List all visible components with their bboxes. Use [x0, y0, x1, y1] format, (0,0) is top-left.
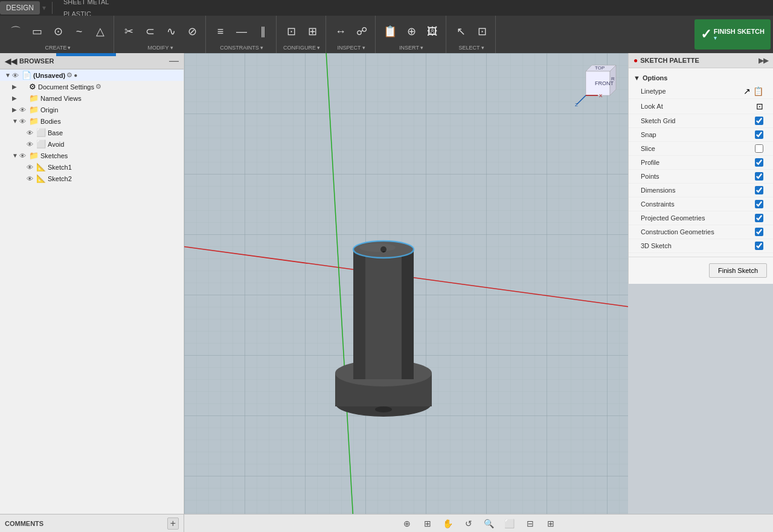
viewport-controls: ⊕ ⊞ ✋ ↺ 🔍 ⬜ ⊟ ⊞: [184, 517, 773, 530]
sketch-palette-title: ● SKETCH PALETTE: [633, 56, 699, 65]
option-row-profile[interactable]: Profile: [629, 156, 773, 170]
visibility-toggle-avoid[interactable]: 👁: [27, 141, 36, 148]
tree-toggle-doc-settings[interactable]: ▶: [12, 83, 19, 90]
tab-sheet-metal[interactable]: SHEET METAL: [56, 0, 116, 8]
look-at-icon[interactable]: ⊡: [756, 101, 763, 111]
option-checkbox-slice[interactable]: [755, 144, 763, 153]
settings-icon-unsaved[interactable]: ⚙: [66, 71, 72, 79]
option-checkbox-snap[interactable]: [755, 130, 763, 139]
design-button[interactable]: DESIGN: [0, 1, 40, 14]
option-row-dimensions[interactable]: Dimensions: [629, 184, 773, 197]
toolbar-btn[interactable]: ⊙: [48, 22, 68, 41]
add-comment-button[interactable]: +: [167, 518, 179, 530]
browser-item-sketch1[interactable]: 👁📐Sketch1: [0, 161, 184, 173]
option-checkbox-projected-geometries[interactable]: [755, 214, 763, 222]
toolbar-btn[interactable]: ↖: [451, 22, 470, 41]
toolbar-btn[interactable]: ⊕: [402, 22, 421, 41]
grid-toggle-button[interactable]: ⊞: [420, 517, 435, 530]
option-checkbox-points[interactable]: [755, 172, 763, 181]
option-checkbox-3d-sketch[interactable]: [755, 242, 763, 250]
toolbar-btn[interactable]: ⊞: [303, 22, 322, 41]
option-row-3d-sketch[interactable]: 3D Sketch: [629, 239, 773, 253]
toolbar-btn[interactable]: ⊡: [472, 22, 492, 41]
browser-item-sketch2[interactable]: 👁📐Sketch2: [0, 173, 184, 184]
visibility-toggle-origin[interactable]: 👁: [19, 106, 29, 114]
option-row-slice[interactable]: Slice: [629, 142, 773, 156]
toolbar-group-inspect: ↔☍INSPECT ▾: [327, 16, 376, 53]
browser-item-named-views[interactable]: ▶📁Named Views: [0, 92, 184, 104]
options-header[interactable]: ▼ Options: [629, 72, 773, 84]
toolbar-btn[interactable]: ⌒: [6, 22, 25, 41]
visibility-toggle-sketch2[interactable]: 👁: [27, 175, 36, 182]
display-mode-button[interactable]: ⬜: [502, 517, 518, 530]
finish-sketch-button[interactable]: ✓ FINISH SKETCH ▾: [694, 19, 771, 50]
svg-text:R: R: [611, 76, 615, 82]
toolbar-btn[interactable]: ~: [69, 22, 89, 41]
browser-item-sketches[interactable]: ▼👁📁Sketches: [0, 150, 184, 161]
toolbar-btn[interactable]: ▭: [27, 22, 47, 41]
browser-item-origin[interactable]: ▶👁📁Origin: [0, 104, 184, 115]
item-type-icon-doc-settings: ⚙: [29, 82, 36, 91]
option-checkbox-profile[interactable]: [755, 158, 763, 167]
fit-view-button[interactable]: ⊕: [399, 517, 415, 530]
option-checkbox-dimensions[interactable]: [755, 186, 763, 194]
orbit-button[interactable]: ↺: [461, 517, 476, 530]
sketch-palette-expand-icon[interactable]: ▶▶: [759, 57, 768, 65]
option-checkbox-sketch-grid[interactable]: [755, 117, 763, 125]
toolbar-btn[interactable]: ☍: [352, 22, 371, 41]
toolbar-btn[interactable]: ✂: [119, 22, 138, 41]
visibility-toggle-bodies[interactable]: 👁: [19, 118, 29, 125]
item-type-icon-sketch1: 📐: [36, 162, 46, 171]
tree-toggle-unsaved[interactable]: ▼: [5, 72, 12, 79]
options-section: ▼ Options Linetype↗📋Look At⊡Sketch GridS…: [629, 68, 773, 257]
option-row-sketch-grid[interactable]: Sketch Grid: [629, 114, 773, 128]
browser-item-unsaved[interactable]: ▼👁📄(Unsaved) ⚙●: [0, 69, 184, 81]
pan-button[interactable]: ✋: [440, 517, 456, 530]
toolbar-btn[interactable]: ⊡: [281, 22, 301, 41]
linetype-icon2[interactable]: 📋: [753, 86, 763, 96]
browser-item-doc-settings[interactable]: ▶⚙Document Settings ⚙: [0, 81, 184, 92]
browser-item-avoid[interactable]: 👁⬜Avoid: [0, 138, 184, 150]
visibility-toggle-sketch1[interactable]: 👁: [27, 164, 36, 171]
tree-toggle-named-views[interactable]: ▶: [12, 95, 19, 101]
option-row-snap[interactable]: Snap: [629, 128, 773, 142]
svg-text:Z: Z: [575, 102, 578, 107]
option-row-projected-geometries[interactable]: Projected Geometries: [629, 211, 773, 225]
toolbar: DESIGN ▾ SOLIDSURFACEMESHSHEET METALPLAS…: [0, 0, 773, 53]
toolbar-btn[interactable]: ⊂: [140, 22, 159, 41]
visibility-toggle-sketches[interactable]: 👁: [19, 152, 29, 159]
tree-toggle-origin[interactable]: ▶: [12, 106, 19, 113]
environment-button[interactable]: ⊟: [522, 517, 538, 530]
toolbar-btn[interactable]: ≡: [211, 22, 230, 41]
browser-collapse-icon[interactable]: —: [169, 56, 179, 66]
tree-toggle-bodies[interactable]: ▼: [12, 118, 19, 124]
option-checkbox-construction-geometries[interactable]: [755, 228, 763, 236]
toolbar-btn[interactable]: ∥: [253, 22, 272, 41]
tree-toggle-sketches[interactable]: ▼: [12, 152, 19, 159]
toolbar-btn[interactable]: △: [91, 22, 110, 41]
zoom-button[interactable]: 🔍: [481, 517, 497, 530]
settings-icon-doc-settings[interactable]: ⚙: [95, 83, 101, 91]
browser-item-bodies[interactable]: ▼👁📁Bodies: [0, 115, 184, 127]
option-checkbox-constraints[interactable]: [755, 200, 763, 208]
grid-options-button[interactable]: ⊞: [543, 517, 559, 530]
visibility-toggle-base[interactable]: 👁: [27, 129, 36, 136]
finish-sketch-palette-button[interactable]: Finish Sketch: [709, 263, 767, 278]
option-row-constraints[interactable]: Constraints: [629, 197, 773, 211]
viewport[interactable]: FRONT R TOP Z X: [184, 53, 628, 514]
option-row-construction-geometries[interactable]: Construction Geometries: [629, 225, 773, 239]
option-row-points[interactable]: Points: [629, 170, 773, 184]
view-cube[interactable]: FRONT R TOP Z X: [574, 59, 622, 107]
toolbar-btn[interactable]: 🖼: [423, 22, 442, 41]
toolbar-btn[interactable]: —: [232, 22, 251, 41]
toolbar-btn[interactable]: ∿: [161, 22, 181, 41]
linetype-icon1[interactable]: ↗: [743, 86, 751, 96]
toolbar-btn[interactable]: ↔: [331, 22, 350, 41]
visibility-toggle-unsaved[interactable]: 👁: [12, 72, 22, 79]
svg-line-21: [577, 95, 586, 104]
toolbar-btn[interactable]: 📋: [380, 22, 400, 41]
option-label-11: 3D Sketch: [641, 242, 672, 249]
toolbar-btn[interactable]: ⊘: [182, 22, 202, 41]
browser-item-base[interactable]: 👁⬜Base: [0, 127, 184, 138]
option-label-3: Snap: [641, 131, 656, 138]
